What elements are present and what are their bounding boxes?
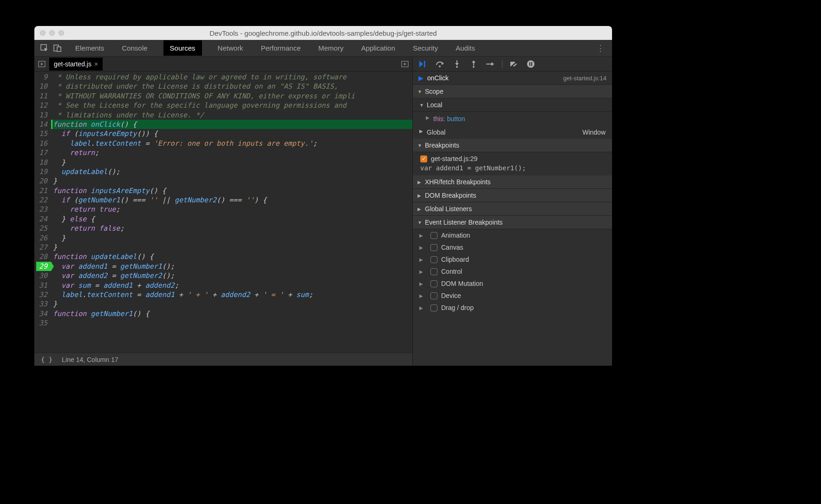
breakpoint-item[interactable]: ✓ get-started.js:29 [413,152,612,163]
step-button[interactable] [485,59,495,69]
event-category-control[interactable]: ▶Control [413,265,612,278]
tab-performance[interactable]: Performance [259,40,303,56]
svg-rect-5 [424,61,425,67]
devtools-window: DevTools - googlechrome.github.io/devtoo… [34,26,612,366]
zoom-window-icon[interactable] [59,30,64,36]
checkbox-icon[interactable] [430,292,437,299]
svg-rect-14 [529,62,530,66]
scope-global[interactable]: ▶GlobalWindow [413,126,612,139]
status-bar: { } Line 14, Column 17 [34,353,412,366]
scope-var-this[interactable]: ▶this:button [426,114,612,124]
checkbox-icon[interactable] [430,268,437,275]
frame-location: get-started.js:14 [563,75,606,82]
line-gutter[interactable]: 9101112131415161718192021222324252627282… [34,71,51,353]
dom-breakpoints-section[interactable]: ▶DOM Breakpoints [413,189,612,202]
tab-audits[interactable]: Audits [454,40,477,56]
checkbox-icon[interactable] [430,244,437,251]
step-out-button[interactable] [469,59,479,69]
scope-local[interactable]: ▼Local [413,98,612,112]
svg-point-10 [473,66,475,68]
tab-security[interactable]: Security [411,40,440,56]
debugger-pane: ▶ onClick get-started.js:14 ▼Scope ▼Loca… [412,57,612,366]
close-window-icon[interactable] [40,30,46,36]
frame-function: onClick [427,74,449,82]
callstack-frame[interactable]: ▶ onClick get-started.js:14 [413,71,612,85]
deactivate-breakpoints-button[interactable] [509,59,519,69]
step-over-button[interactable] [435,59,445,69]
code-lines[interactable]: * Unless required by applicable law or a… [51,71,412,353]
checkbox-icon[interactable] [430,280,437,287]
tab-memory[interactable]: Memory [317,40,345,56]
navigator-toggle-icon[interactable] [34,60,49,68]
xhr-breakpoints-section[interactable]: ▶XHR/fetch Breakpoints [413,175,612,189]
minimize-window-icon[interactable] [49,30,55,36]
tab-sources[interactable]: Sources [163,40,202,56]
event-category-canvas[interactable]: ▶Canvas [413,241,612,253]
global-listeners-section[interactable]: ▶Global Listeners [413,202,612,216]
checkbox-icon[interactable] [430,304,437,311]
event-category-list: ▶Animation▶Canvas▶Clipboard▶Control▶DOM … [413,229,612,314]
pause-exceptions-button[interactable] [526,59,536,69]
main-toolbar: ElementsConsoleSourcesNetworkPerformance… [34,40,612,57]
device-toolbar-icon[interactable] [51,42,64,55]
more-options-icon[interactable]: ⋮ [593,43,608,53]
file-tab-label: get-started.js [54,60,91,68]
event-category-animation[interactable]: ▶Animation [413,229,612,241]
checkbox-icon[interactable] [430,232,437,239]
panel-tabs: ElementsConsoleSourcesNetworkPerformance… [73,40,477,56]
breakpoint-checkbox[interactable]: ✓ [420,155,427,162]
cursor-position: Line 14, Column 17 [62,356,118,363]
event-listener-breakpoints-section[interactable]: ▼Event Listener Breakpoints [413,216,612,229]
resume-button[interactable] [418,59,429,69]
file-tab[interactable]: get-started.js × [49,58,103,71]
checkbox-icon[interactable] [430,256,437,263]
code-editor[interactable]: 9101112131415161718192021222324252627282… [34,71,412,353]
breakpoints-section[interactable]: ▼Breakpoints [413,139,612,152]
scope-section[interactable]: ▼Scope [413,85,612,98]
current-frame-icon: ▶ [418,74,424,82]
tab-network[interactable]: Network [216,40,245,56]
svg-point-13 [527,60,534,68]
format-icon[interactable]: { } [41,356,52,363]
svg-rect-15 [531,62,532,66]
tab-application[interactable]: Application [359,40,397,56]
event-category-dom-mutation[interactable]: ▶DOM Mutation [413,278,612,290]
tab-elements[interactable]: Elements [73,40,106,56]
event-category-drag-drop[interactable]: ▶Drag / drop [413,302,612,314]
step-into-button[interactable] [452,59,462,69]
file-tab-bar: get-started.js × [34,57,412,71]
breakpoint-code: var addend1 = getNumber1(); [413,163,612,175]
svg-point-8 [456,66,458,68]
titlebar: DevTools - googlechrome.github.io/devtoo… [34,26,612,40]
svg-point-6 [439,65,441,67]
tab-console[interactable]: Console [120,40,150,56]
event-category-device[interactable]: ▶Device [413,290,612,302]
close-tab-icon[interactable]: × [94,60,98,68]
window-title: DevTools - googlechrome.github.io/devtoo… [34,29,612,37]
editor-pane: get-started.js × 91011121314151617181920… [34,57,412,366]
separator [502,60,502,68]
more-tabs-icon[interactable] [397,60,412,68]
debug-controls [413,57,612,71]
event-category-clipboard[interactable]: ▶Clipboard [413,253,612,265]
svg-rect-2 [57,47,61,52]
scope-local-body: ▶this:button [413,112,612,126]
traffic-lights [34,30,64,36]
breakpoint-label: get-started.js:29 [431,155,477,162]
inspect-element-icon[interactable] [38,42,51,55]
